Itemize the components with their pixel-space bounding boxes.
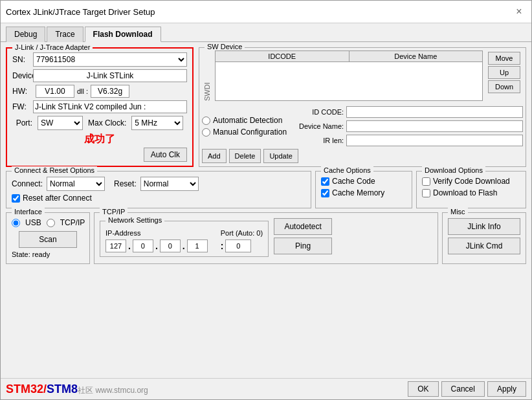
- move-button[interactable]: Move: [488, 52, 520, 65]
- adapter-box: J-Link / J-Trace Adapter SN: 779611508 D…: [6, 47, 194, 167]
- scan-button[interactable]: Scan: [19, 231, 77, 248]
- device-name-input[interactable]: [346, 120, 523, 132]
- cache-options-box: Cache Options Cache Code Cache Memory: [315, 171, 412, 208]
- cache-code-row: Cache Code: [321, 177, 406, 186]
- auto-clk-button[interactable]: Auto Clk: [144, 148, 187, 162]
- adapter-legend: J-Link / J-Trace Adapter: [12, 43, 93, 51]
- connect-select[interactable]: Normal with Pre-reset: [47, 177, 105, 191]
- manual-config-label: Manual Configuration: [213, 128, 287, 137]
- sw-device-legend: SW Device: [205, 43, 245, 50]
- sw-fields-col: ID CODE: Device Name: IR len:: [292, 106, 523, 146]
- jlink-cmd-button[interactable]: JLink Cmd: [448, 238, 520, 254]
- device-input[interactable]: [33, 69, 187, 82]
- autodetect-button[interactable]: Autodetect: [274, 218, 332, 235]
- tab-debug[interactable]: Debug: [6, 27, 45, 42]
- update-button[interactable]: Update: [263, 149, 298, 163]
- dll-label: dll :: [77, 87, 88, 95]
- cache-memory-checkbox[interactable]: [321, 189, 329, 197]
- port-row-inner: :: [221, 239, 263, 252]
- fw-label: FW:: [12, 102, 33, 111]
- reset-after-row: Reset after Connect: [12, 194, 305, 203]
- move-col: Move Up Down: [485, 50, 523, 101]
- sw-radio-col: Automatic Detection Manual Configuration: [202, 116, 287, 137]
- fw-row: FW:: [12, 100, 187, 113]
- download-flash-checkbox[interactable]: [422, 189, 430, 197]
- device-row: Device:: [12, 69, 187, 82]
- hw-input[interactable]: [36, 85, 74, 98]
- ir-len-input[interactable]: [346, 135, 523, 146]
- hw-label: HW:: [12, 87, 33, 96]
- delete-button[interactable]: Delete: [229, 149, 261, 163]
- max-clock-label: Max Clock:: [88, 118, 126, 128]
- options-row: Connect & Reset Options Connect: Normal …: [6, 171, 526, 208]
- main-window: Cortex JLink/JTrace Target Driver Setup …: [0, 0, 532, 400]
- ip-seg4[interactable]: [187, 239, 208, 252]
- success-text: 成功了: [12, 133, 187, 146]
- title-bar: Cortex JLink/JTrace Target Driver Setup …: [1, 1, 531, 23]
- interface-box: Interface USB TCP/IP Scan State: ready: [6, 212, 90, 264]
- ir-len-label: IR len:: [292, 137, 344, 144]
- auto-detect-label: Automatic Detection: [213, 116, 282, 125]
- cancel-button[interactable]: Cancel: [441, 381, 485, 397]
- th-device: Device Name: [349, 51, 483, 61]
- connect-label: Connect:: [12, 179, 43, 188]
- verify-code-checkbox[interactable]: [422, 177, 430, 186]
- usb-label: USB: [25, 218, 41, 227]
- jlink-info-button[interactable]: JLink Info: [448, 218, 520, 235]
- sw-table-area: SWDI IDCODE Device Name Move Up Down: [202, 50, 523, 101]
- footer-buttons: OK Cancel Apply: [408, 381, 526, 397]
- community-text: 社区 www.stmcu.org: [78, 386, 148, 395]
- ip-seg3[interactable]: [160, 239, 181, 252]
- close-button[interactable]: ×: [512, 5, 526, 19]
- tab-bar: Debug Trace Flash Download: [1, 23, 531, 42]
- device-name-field-row: Device Name:: [292, 120, 523, 132]
- tcpip-legend: TCP/IP: [100, 208, 127, 216]
- footer: STM32/STM8社区 www.stmcu.org OK Cancel App…: [1, 378, 531, 399]
- download-options-box: Download Options Verify Code Download Do…: [416, 171, 526, 208]
- sn-select[interactable]: 779611508: [33, 52, 187, 67]
- th-idcode: IDCODE: [216, 51, 349, 61]
- ip-seg2[interactable]: [133, 239, 153, 252]
- port-select[interactable]: SW JTAG: [38, 116, 83, 130]
- ir-len-field-row: IR len:: [292, 135, 523, 146]
- tab-flash-download[interactable]: Flash Download: [85, 27, 161, 42]
- swdi-label: SWDI: [202, 50, 212, 101]
- network-settings-legend: Network Settings: [105, 216, 164, 224]
- up-button[interactable]: Up: [488, 66, 520, 79]
- sw-table: IDCODE Device Name: [215, 50, 483, 101]
- tcpip-radio[interactable]: [47, 219, 55, 227]
- reset-after-checkbox[interactable]: [12, 194, 20, 203]
- ok-button[interactable]: OK: [408, 381, 438, 397]
- port-input[interactable]: [225, 239, 251, 252]
- tcpip-label: TCP/IP: [60, 218, 85, 227]
- network-settings-area: Network Settings IP-Address . .: [100, 218, 269, 257]
- tab-trace[interactable]: Trace: [47, 27, 83, 42]
- fw-input[interactable]: [33, 100, 187, 113]
- sw-table-body: [215, 62, 483, 101]
- watermark: STM32/STM8社区 www.stmcu.org: [6, 383, 148, 396]
- auto-detect-radio[interactable]: [202, 117, 210, 125]
- reset-select[interactable]: Normal Hardware: [140, 177, 199, 191]
- sn-row: SN: 779611508: [12, 52, 187, 67]
- sw-actions: Add Delete Update: [202, 149, 523, 163]
- apply-button[interactable]: Apply: [487, 381, 526, 397]
- ip-seg1[interactable]: [105, 239, 126, 252]
- id-code-field-row: ID CODE:: [292, 106, 523, 118]
- tcpip-content: Network Settings IP-Address . .: [100, 218, 432, 257]
- tcpip-right: Autodetect Ping: [274, 218, 332, 254]
- dll-input[interactable]: [91, 85, 129, 98]
- interface-legend: Interface: [12, 208, 45, 216]
- id-code-input[interactable]: [346, 106, 523, 118]
- add-button[interactable]: Add: [202, 149, 227, 163]
- usb-radio[interactable]: [12, 219, 20, 227]
- cache-code-checkbox[interactable]: [321, 177, 329, 186]
- clock-select[interactable]: 5 MHz 1 MHz 10 MHz: [131, 116, 183, 130]
- state-text: State: ready: [12, 250, 84, 258]
- manual-config-radio[interactable]: [202, 128, 210, 137]
- stm32-text: STM32/: [6, 383, 47, 395]
- window-title: Cortex JLink/JTrace Target Driver Setup: [6, 7, 155, 17]
- ping-button[interactable]: Ping: [274, 238, 332, 254]
- connect-legend: Connect & Reset Options: [12, 166, 97, 174]
- down-button[interactable]: Down: [488, 80, 520, 93]
- cache-legend: Cache Options: [321, 166, 373, 174]
